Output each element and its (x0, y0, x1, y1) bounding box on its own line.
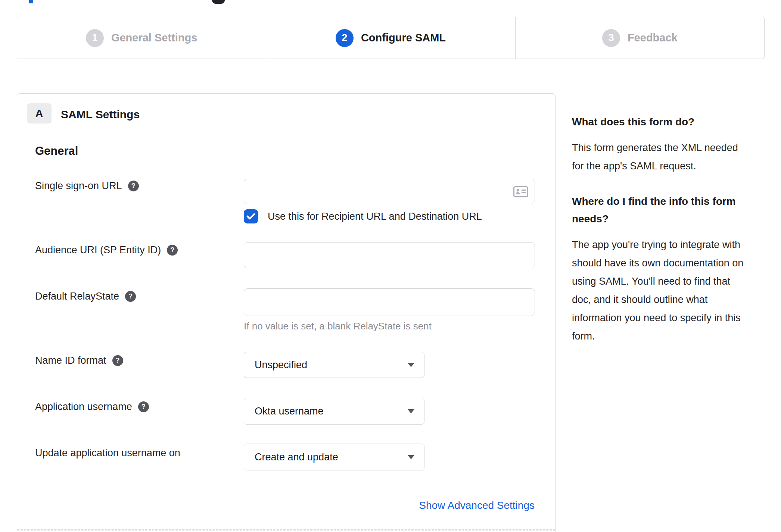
update-application-username-label: Update application username on (35, 447, 180, 459)
step-number-badge: 3 (602, 29, 620, 47)
update-application-username-value: Create and update (255, 451, 338, 463)
help-icon[interactable] (125, 291, 136, 302)
help-answer-1: This form generates the XML needed for t… (572, 139, 764, 175)
step-feedback[interactable]: 3 Feedback (515, 17, 764, 59)
cropped-element-blue (29, 0, 33, 3)
application-username-value: Okta username (255, 406, 324, 417)
sso-url-label-text: Single sign-on URL (35, 180, 122, 192)
step-number-badge: 1 (86, 29, 104, 47)
recipient-url-checkbox-label: Use this for Recipient URL and Destinati… (268, 211, 482, 222)
step-number-badge: 2 (336, 29, 354, 47)
name-id-format-select[interactable]: Unspecified (244, 352, 424, 378)
help-icon[interactable] (112, 355, 123, 366)
help-answer-2: The app you're trying to integrate with … (572, 236, 764, 345)
chevron-down-icon (408, 455, 414, 459)
update-application-username-label-text: Update application username on (35, 447, 180, 459)
default-relaystate-label: Default RelayState (35, 291, 136, 302)
update-application-username-select[interactable]: Create and update (244, 444, 424, 470)
audience-uri-label-text: Audience URI (SP Entity ID) (35, 244, 161, 256)
step-general-settings[interactable]: 1 General Settings (17, 17, 266, 59)
contact-card-icon (513, 186, 528, 197)
sso-url-input[interactable] (244, 179, 535, 204)
step-label: General Settings (111, 32, 197, 44)
application-username-label: Application username (35, 401, 149, 413)
step-label: Configure SAML (361, 32, 446, 44)
step-label: Feedback (628, 32, 678, 44)
sso-url-input-wrap (244, 179, 535, 204)
default-relaystate-hint: If no value is set, a blank RelayState i… (244, 320, 432, 332)
group-heading-general: General (35, 144, 78, 158)
application-username-label-text: Application username (35, 401, 132, 413)
sso-url-label: Single sign-on URL (35, 180, 139, 192)
help-sidebar: What does this form do? This form genera… (572, 113, 764, 363)
name-id-format-label: Name ID format (35, 355, 123, 366)
recipient-url-checkbox-row: Use this for Recipient URL and Destinati… (244, 209, 482, 223)
saml-settings-panel: A SAML Settings General Single sign-on U… (17, 93, 556, 532)
help-icon[interactable] (128, 181, 139, 191)
wizard-stepper: 1 General Settings 2 Configure SAML 3 Fe… (17, 17, 765, 59)
help-question-1: What does this form do? (572, 113, 764, 131)
panel-title: SAML Settings (61, 108, 140, 121)
help-icon[interactable] (138, 401, 149, 412)
checkmark-icon (246, 213, 255, 220)
section-dashed-divider (17, 529, 555, 531)
chevron-down-icon (408, 363, 414, 367)
default-relaystate-label-text: Default RelayState (35, 291, 119, 302)
help-question-2: Where do I find the info this form needs… (572, 193, 764, 228)
help-icon[interactable] (167, 245, 178, 256)
default-relaystate-input[interactable] (244, 288, 535, 316)
cropped-element-dark (212, 0, 225, 4)
audience-uri-input[interactable] (244, 242, 535, 268)
chevron-down-icon (408, 409, 414, 413)
step-configure-saml[interactable]: 2 Configure SAML (266, 17, 515, 59)
name-id-format-label-text: Name ID format (35, 355, 106, 366)
recipient-url-checkbox[interactable] (244, 209, 258, 223)
name-id-format-value: Unspecified (255, 359, 307, 371)
section-badge: A (27, 103, 52, 123)
application-username-select[interactable]: Okta username (244, 398, 424, 425)
audience-uri-label: Audience URI (SP Entity ID) (35, 244, 178, 256)
show-advanced-settings-link[interactable]: Show Advanced Settings (419, 500, 535, 511)
